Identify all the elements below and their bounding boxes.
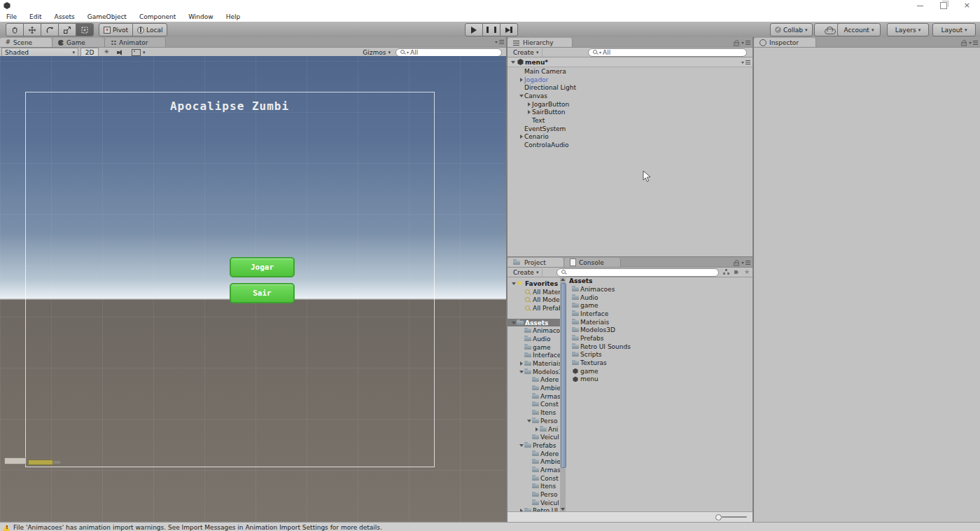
asset-row[interactable]: Retro UI Sounds bbox=[566, 343, 752, 351]
tree-row[interactable]: Ambie bbox=[507, 457, 560, 466]
assets-breadcrumb[interactable]: Assets bbox=[566, 277, 752, 285]
jogar-button[interactable]: Jogar bbox=[230, 257, 295, 277]
expand-arrow-icon[interactable] bbox=[518, 444, 524, 447]
tree-row[interactable]: Assets bbox=[507, 319, 560, 327]
lock-icon[interactable] bbox=[960, 39, 966, 46]
tree-row[interactable]: Const bbox=[507, 474, 560, 483]
tree-row[interactable]: game bbox=[507, 343, 560, 352]
close-icon[interactable]: × bbox=[964, 2, 970, 9]
asset-row[interactable]: Modelos3D bbox=[566, 326, 752, 334]
tab-inspector[interactable]: Inspector bbox=[754, 38, 816, 47]
tree-row[interactable]: Armas bbox=[507, 392, 560, 401]
expand-arrow-icon[interactable] bbox=[510, 282, 517, 285]
menu-assets[interactable]: Assets bbox=[48, 13, 81, 20]
asset-row[interactable]: Scripts bbox=[566, 351, 752, 359]
restore-icon[interactable] bbox=[940, 2, 947, 9]
tree-row[interactable]: Favorites bbox=[507, 280, 560, 288]
tree-row[interactable]: Veicul bbox=[507, 433, 560, 441]
asset-row[interactable]: menu bbox=[566, 375, 752, 384]
pivot-toggle-button[interactable]: Pivot bbox=[99, 23, 133, 36]
scene-header-row[interactable]: menu* bbox=[507, 57, 752, 67]
project-create-button[interactable]: Create ▾ bbox=[510, 268, 542, 277]
project-tree-scrollbar[interactable] bbox=[560, 277, 566, 512]
tree-row[interactable]: Materiais bbox=[507, 359, 560, 368]
panel-menu-icon[interactable] bbox=[969, 40, 978, 46]
menu-edit[interactable]: Edit bbox=[23, 13, 48, 20]
tree-row[interactable]: All Materials bbox=[507, 288, 560, 296]
scene-viewport[interactable]: Apocalipse Zumbi Jogar Sair bbox=[0, 56, 506, 522]
menu-window[interactable]: Window bbox=[182, 13, 220, 20]
scene-audio-toggle[interactable] bbox=[114, 48, 127, 56]
hierarchy-row[interactable]: Directional Light bbox=[507, 83, 752, 92]
scale-tool-button[interactable] bbox=[58, 23, 76, 36]
panel-menu-icon[interactable] bbox=[495, 39, 504, 45]
menu-component[interactable]: Component bbox=[133, 13, 182, 20]
layers-dropdown[interactable]: Layers ▾ bbox=[887, 23, 929, 36]
hierarchy-row[interactable]: SairButton bbox=[507, 108, 752, 116]
tree-row[interactable]: Audio bbox=[507, 335, 560, 343]
tree-row[interactable]: All Prefabs bbox=[507, 304, 560, 312]
asset-row[interactable]: Animacoes bbox=[566, 285, 752, 294]
expand-arrow-icon[interactable] bbox=[518, 78, 524, 82]
slider-track[interactable] bbox=[722, 516, 747, 518]
hierarchy-row[interactable]: ControlaAudio bbox=[507, 141, 752, 149]
scene-menu-icon[interactable] bbox=[741, 60, 750, 65]
lock-icon[interactable] bbox=[733, 259, 738, 266]
tab-game[interactable]: Game bbox=[52, 38, 105, 47]
step-button[interactable] bbox=[500, 23, 518, 36]
expand-arrow-icon[interactable] bbox=[518, 361, 524, 366]
tree-row[interactable]: Adere bbox=[507, 450, 560, 458]
account-dropdown[interactable]: Account ▾ bbox=[837, 23, 881, 36]
tab-hierarchy[interactable]: Hierarchy bbox=[507, 38, 573, 47]
tab-project[interactable]: Project bbox=[507, 258, 564, 267]
tree-row[interactable]: Prefabs bbox=[507, 441, 560, 450]
tree-row[interactable]: Veicul bbox=[507, 499, 560, 507]
tree-row[interactable]: Const bbox=[507, 401, 560, 409]
asset-row[interactable]: Prefabs bbox=[566, 334, 752, 343]
saved-search-star-icon[interactable]: ★ bbox=[744, 269, 750, 275]
asset-row[interactable]: Interface bbox=[566, 310, 752, 318]
menu-gameobject[interactable]: GameObject bbox=[81, 13, 133, 20]
expand-arrow-icon[interactable] bbox=[518, 95, 524, 97]
hierarchy-row[interactable]: Canvas bbox=[507, 92, 752, 100]
lock-icon[interactable] bbox=[733, 39, 738, 46]
local-toggle-button[interactable]: Local bbox=[132, 23, 167, 36]
asset-row[interactable]: Materiais bbox=[566, 318, 752, 326]
tree-row[interactable]: Interface bbox=[507, 352, 560, 360]
hierarchy-create-button[interactable]: Create ▾ bbox=[510, 48, 542, 57]
minimize-icon[interactable] bbox=[917, 6, 923, 6]
asset-row[interactable]: Texturas bbox=[566, 359, 752, 367]
hierarchy-row[interactable]: JogarButton bbox=[507, 100, 752, 109]
tree-row[interactable]: Itens bbox=[507, 483, 560, 491]
expand-arrow-icon[interactable] bbox=[518, 135, 524, 139]
tab-animator[interactable]: Animator bbox=[105, 38, 166, 47]
expand-arrow-icon[interactable] bbox=[510, 322, 517, 324]
pause-button[interactable] bbox=[482, 23, 500, 36]
expand-arrow-icon[interactable] bbox=[510, 61, 516, 64]
panel-menu-icon[interactable] bbox=[741, 260, 750, 266]
search-by-label-icon[interactable] bbox=[734, 269, 740, 275]
scroll-down-icon[interactable] bbox=[561, 508, 565, 511]
asset-row[interactable]: game bbox=[566, 367, 752, 375]
project-search-input[interactable] bbox=[556, 268, 719, 277]
scene-lighting-toggle[interactable]: ☀ bbox=[101, 48, 112, 56]
move-tool-button[interactable] bbox=[23, 23, 41, 36]
tab-console[interactable]: Console bbox=[564, 258, 621, 267]
menu-file[interactable]: File bbox=[0, 13, 23, 20]
hierarchy-row[interactable]: Main Camera bbox=[507, 67, 752, 76]
hierarchy-search-input[interactable]: ▾ All bbox=[588, 48, 747, 57]
rotate-tool-button[interactable] bbox=[41, 23, 59, 36]
tab-scene[interactable]: # Scene bbox=[0, 38, 52, 47]
layout-dropdown[interactable]: Layout ▾ bbox=[932, 23, 976, 36]
tree-row[interactable]: Armas bbox=[507, 466, 560, 474]
menu-help[interactable]: Help bbox=[220, 13, 247, 20]
tree-row[interactable]: Itens bbox=[507, 408, 560, 417]
hierarchy-row[interactable]: EventSystem bbox=[507, 125, 752, 133]
rect-tool-button[interactable] bbox=[76, 23, 94, 36]
search-by-type-icon[interactable] bbox=[723, 269, 729, 275]
gizmos-dropdown[interactable]: Gizmos ▾ bbox=[360, 48, 393, 56]
scene-effects-dropdown[interactable]: ▾ bbox=[129, 48, 148, 56]
hand-tool-button[interactable] bbox=[6, 23, 24, 36]
tree-row[interactable]: Ambie bbox=[507, 384, 560, 392]
tree-row[interactable]: Modelos3D bbox=[507, 368, 560, 376]
